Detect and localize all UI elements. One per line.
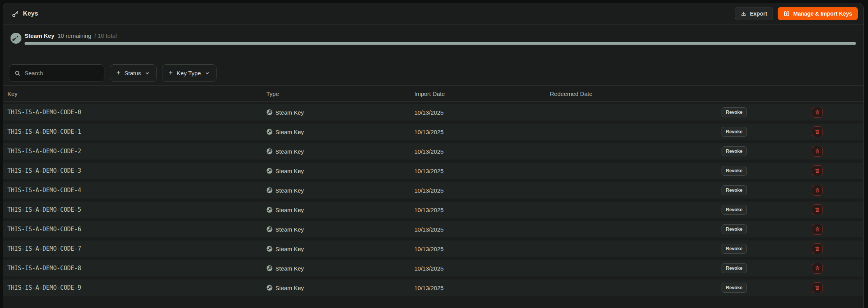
import-date-cell: 10/13/2025 [414,285,550,291]
revoke-button[interactable]: Revoke [722,185,747,195]
steam-key-summary-line: Steam Key 10 remaining / 10 total [25,30,856,39]
search-box[interactable] [9,64,104,82]
revoke-button[interactable]: Revoke [722,283,747,293]
delete-key-button[interactable] [812,243,823,254]
import-date-cell: 10/13/2025 [414,129,550,135]
delete-key-button[interactable] [812,263,823,274]
summary-key-name: Steam Key [25,32,55,39]
trash-icon [815,285,820,290]
revoke-button[interactable]: Revoke [722,224,747,234]
type-cell: Steam Key [266,207,414,213]
type-label: Steam Key [275,187,304,194]
revoke-button[interactable]: Revoke [722,166,747,176]
page-header-actions: Export Manage & Import Keys [735,7,858,20]
column-header-key: Key [7,90,266,97]
steam-key-summary-body: Steam Key 10 remaining / 10 total [25,30,856,45]
actions-cell: Revoke [722,243,863,254]
page-title: Keys [23,10,38,17]
steam-icon [266,168,273,174]
steam-icon [10,32,22,44]
table-row: THIS-IS-A-DEMO-CODE-6 Steam Key 10/13/20… [3,221,863,237]
import-date-cell: 10/13/2025 [414,246,550,252]
table-body: THIS-IS-A-DEMO-CODE-0 Steam Key 10/13/20… [3,104,863,296]
steam-key-progress-track [25,42,856,45]
key-cell: THIS-IS-A-DEMO-CODE-8 [7,265,266,272]
key-cell: THIS-IS-A-DEMO-CODE-3 [7,167,266,174]
search-input[interactable] [25,70,102,76]
revoke-button[interactable]: Revoke [722,263,747,273]
steam-key-summary: Steam Key 10 remaining / 10 total [3,25,863,50]
delete-key-button[interactable] [812,107,823,118]
actions-cell: Revoke [722,146,863,157]
table-row: THIS-IS-A-DEMO-CODE-9 Steam Key 10/13/20… [3,280,863,296]
steam-icon [266,246,273,252]
key-type-filter-button[interactable]: + Key Type [162,64,217,82]
table-row: THIS-IS-A-DEMO-CODE-8 Steam Key 10/13/20… [3,260,863,276]
type-label: Steam Key [275,109,304,116]
type-cell: Steam Key [266,226,414,233]
type-cell: Steam Key [266,187,414,194]
column-header-type: Type [266,90,414,97]
summary-total: / 10 total [94,32,117,39]
type-label: Steam Key [275,285,304,291]
steam-icon [266,187,273,193]
revoke-button[interactable]: Revoke [722,205,747,215]
import-date-cell: 10/13/2025 [414,226,550,233]
export-button[interactable]: Export [735,7,773,20]
actions-cell: Revoke [722,282,863,293]
revoke-button[interactable]: Revoke [722,127,747,137]
revoke-button[interactable]: Revoke [722,146,747,156]
table-row: THIS-IS-A-DEMO-CODE-4 Steam Key 10/13/20… [3,182,863,198]
table-row: THIS-IS-A-DEMO-CODE-1 Steam Key 10/13/20… [3,124,863,140]
manage-import-keys-button[interactable]: Manage & Import Keys [778,7,858,20]
trash-icon [815,110,820,115]
manage-import-keys-label: Manage & Import Keys [793,11,852,17]
plus-icon: + [169,69,173,76]
import-date-cell: 10/13/2025 [414,187,550,194]
delete-key-button[interactable] [812,224,823,235]
chevron-down-icon [205,71,210,76]
table-row: THIS-IS-A-DEMO-CODE-3 Steam Key 10/13/20… [3,163,863,179]
import-date-cell: 10/13/2025 [414,168,550,174]
delete-key-button[interactable] [812,165,823,176]
import-date-cell: 10/13/2025 [414,148,550,155]
type-label: Steam Key [275,246,304,252]
table-row: THIS-IS-A-DEMO-CODE-7 Steam Key 10/13/20… [3,241,863,257]
key-cell: THIS-IS-A-DEMO-CODE-1 [7,128,266,135]
table-row: THIS-IS-A-DEMO-CODE-2 Steam Key 10/13/20… [3,143,863,159]
steam-icon [266,109,273,115]
revoke-button[interactable]: Revoke [722,107,747,117]
import-date-cell: 10/13/2025 [414,109,550,116]
key-cell: THIS-IS-A-DEMO-CODE-6 [7,226,266,233]
page-header-left: Keys [12,10,38,18]
key-cell: THIS-IS-A-DEMO-CODE-7 [7,245,266,252]
key-cell: THIS-IS-A-DEMO-CODE-0 [7,109,266,116]
key-type-filter-label: Key Type [177,70,201,76]
delete-key-button[interactable] [812,185,823,196]
delete-key-button[interactable] [812,282,823,293]
type-cell: Steam Key [266,246,414,252]
actions-cell: Revoke [722,126,863,137]
column-header-import-date: Import Date [414,90,550,97]
table-row: THIS-IS-A-DEMO-CODE-0 Steam Key 10/13/20… [3,104,863,120]
steam-icon [266,226,273,232]
revoke-button[interactable]: Revoke [722,244,747,254]
trash-icon [815,227,820,232]
import-date-cell: 10/13/2025 [414,207,550,213]
chevron-down-icon [145,71,150,76]
trash-icon [815,168,820,173]
delete-key-button[interactable] [812,126,823,137]
delete-key-button[interactable] [812,204,823,215]
actions-cell: Revoke [722,165,863,176]
actions-cell: Revoke [722,107,863,118]
table-row: THIS-IS-A-DEMO-CODE-5 Steam Key 10/13/20… [3,202,863,218]
actions-cell: Revoke [722,185,863,196]
type-label: Steam Key [275,207,304,213]
trash-icon [815,149,820,154]
type-cell: Steam Key [266,129,414,135]
trash-icon [815,129,820,135]
status-filter-button[interactable]: + Status [110,64,157,82]
trash-icon [815,207,820,212]
download-icon [741,11,747,17]
delete-key-button[interactable] [812,146,823,157]
